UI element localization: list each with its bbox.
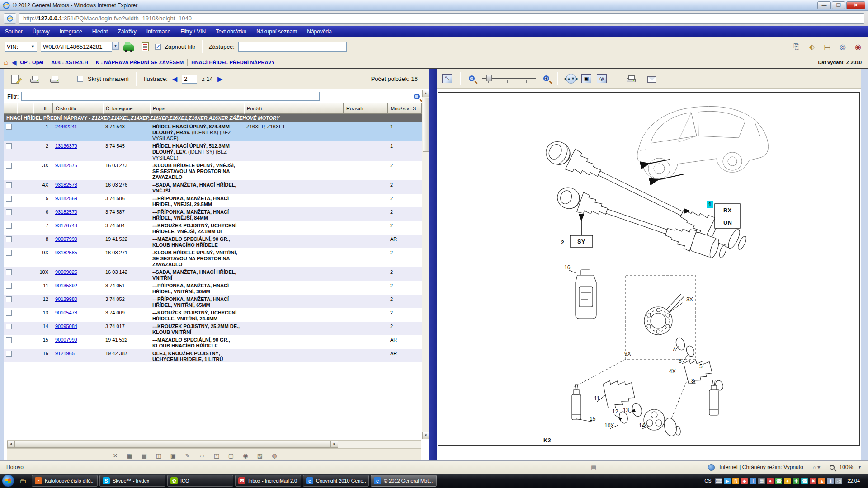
enable-filter-checkbox[interactable]: ✓	[155, 44, 161, 50]
zoom-level[interactable]: 100%	[839, 464, 853, 470]
back-icon[interactable]: ◀	[12, 59, 17, 66]
scroll-left-icon[interactable]: ◄	[7, 441, 14, 448]
table-row-14[interactable]: 14900950843 74 017---KROUŽEK POJISTNÝ, 2…	[4, 322, 422, 335]
part-number-link[interactable]: 90009025	[55, 269, 77, 275]
row-checkbox[interactable]	[6, 351, 12, 357]
bottom-toolbar-icon[interactable]: ▦	[126, 452, 134, 460]
bottom-toolbar-icon[interactable]: ◫	[155, 452, 163, 460]
tray-icon[interactable]: ✖	[810, 478, 816, 484]
tray-icon[interactable]: ◆	[741, 478, 748, 484]
row-checkbox[interactable]	[6, 250, 12, 256]
column-header[interactable]: Množstv	[388, 103, 410, 114]
menu-item-7[interactable]: Filtry / VIN	[175, 26, 211, 37]
column-header[interactable]: IL	[33, 103, 53, 114]
compatibility-icon[interactable]: ▤	[591, 464, 596, 471]
part-number-link[interactable]: 93182570	[55, 209, 77, 215]
part-number-link[interactable]: 90135892	[55, 283, 77, 288]
page-zoom-icon[interactable]	[830, 465, 835, 470]
scrollbar-thumb[interactable]	[423, 98, 429, 152]
breadcrumb-link-2[interactable]: A04 - ASTRA-H	[51, 60, 88, 65]
vin-history-dropdown[interactable]: ▼	[112, 42, 119, 50]
tray-icon[interactable]: ▦	[758, 478, 765, 484]
part-number-link[interactable]: 90095084	[55, 324, 77, 329]
row-checkbox[interactable]	[6, 269, 12, 275]
bottom-toolbar-icon[interactable]: ▣	[169, 452, 177, 460]
column-header[interactable]: Použití	[244, 103, 344, 114]
column-header[interactable]: S	[410, 103, 422, 114]
table-row-6[interactable]: 6931825703 74 587---PŘÍPONKA, MANŽETA, H…	[4, 207, 422, 221]
maximize-button[interactable]: ❐	[832, 1, 845, 9]
minimize-button[interactable]: ―	[817, 1, 831, 9]
scroll-down-icon[interactable]: ▼	[422, 432, 429, 439]
close-button[interactable]: ✕	[846, 1, 865, 9]
url-field[interactable]: http://127.0.0.1:351/PQMace/login.fve?wi…	[19, 13, 864, 24]
table-row-13[interactable]: 13901054783 74 009---KROUŽEK POJISTNÝ, U…	[4, 308, 422, 322]
part-number-link[interactable]: 93182569	[55, 196, 77, 201]
tray-icon[interactable]: ●	[784, 478, 791, 484]
prev-illustration-icon[interactable]: ◀	[172, 75, 178, 83]
row-checkbox[interactable]	[6, 143, 12, 149]
row-checkbox[interactable]	[6, 196, 12, 202]
table-row-15[interactable]: 159000799919 41 522---MAZADLO SPECIÁLNÍ,…	[4, 335, 422, 349]
taskbar-button-4[interactable]: ✉Inbox - IncrediMail 2.0	[235, 475, 301, 487]
magnify-region-icon[interactable]: ◎	[597, 74, 607, 83]
part-number-link[interactable]: 93182573	[55, 182, 77, 188]
row-checkbox[interactable]	[6, 163, 12, 169]
fit-page-icon[interactable]: ⤡	[442, 74, 452, 83]
bottom-toolbar-icon[interactable]: ◰	[212, 452, 221, 460]
print-illustration-button[interactable]	[623, 71, 639, 86]
part-number-link[interactable]: 24462241	[55, 124, 77, 129]
start-button[interactable]	[2, 474, 14, 487]
tray-icon[interactable]: ☎	[775, 478, 782, 484]
tray-icon[interactable]: ⌨	[715, 478, 722, 484]
tray-icon[interactable]: N	[732, 478, 739, 484]
breadcrumb-link-4[interactable]: HNACÍ HŘÍDEL PŘEDNÍ NÁPRAVY	[191, 60, 275, 65]
illustration-input[interactable]	[182, 75, 197, 84]
zoom-slider[interactable]	[482, 78, 536, 79]
bottom-toolbar-icon[interactable]: ◍	[270, 452, 278, 460]
panel-divider[interactable]	[429, 69, 437, 460]
row-checkbox[interactable]	[6, 223, 12, 229]
scrollbar-thumb[interactable]	[14, 441, 331, 448]
menu-item-8[interactable]: Text obrázku	[211, 26, 251, 37]
part-number-link[interactable]: 13136379	[55, 143, 77, 149]
scroll-up-icon[interactable]: ▲	[422, 90, 429, 97]
bottom-toolbar-icon[interactable]: ✎	[184, 452, 192, 460]
part-number-link[interactable]: 93182575	[55, 163, 77, 168]
menu-item-3[interactable]: Integrace	[55, 26, 87, 37]
illustration-canvas[interactable]: RXUNSY12163X7654X89X1112131510X14K2	[438, 92, 860, 446]
notebook-icon[interactable]: ▤	[822, 42, 833, 52]
table-row-11[interactable]: 11901358923 74 051---PŘÍPONKA, MANŽETA, …	[4, 281, 422, 295]
home-icon[interactable]: ⌂	[4, 58, 8, 66]
row-checkbox[interactable]	[6, 283, 12, 289]
part-number-link[interactable]: 93182585	[55, 250, 77, 255]
part-number-link[interactable]: 90007999	[55, 236, 77, 242]
breadcrumb-link-1[interactable]: OP - Opel	[20, 60, 43, 65]
search-binoculars-icon[interactable]: ◎	[837, 42, 848, 52]
column-header[interactable]: Č. kategorie	[103, 103, 150, 114]
row-checkbox[interactable]	[6, 310, 12, 316]
document-button[interactable]	[139, 41, 151, 52]
page-icon-button[interactable]	[4, 13, 16, 24]
globe-refresh-icon[interactable]: ◉	[853, 42, 863, 52]
row-checkbox[interactable]	[6, 337, 12, 343]
part-number-link[interactable]: 90007999	[55, 337, 77, 343]
table-row-10X[interactable]: 10X9000902516 03 142--SADA, MANŽETA, HNA…	[4, 267, 422, 281]
scroll-right-icon[interactable]: ►	[331, 441, 338, 448]
vin-input[interactable]: W0L0AHL4865124281	[41, 42, 112, 52]
table-row-4X[interactable]: 4X9318257316 03 276--SADA, MANŽETA, HNAC…	[4, 180, 422, 194]
row-checkbox[interactable]	[6, 182, 12, 188]
vin-mode-select[interactable]: VIN: ▼	[5, 42, 37, 52]
bottom-toolbar-icon[interactable]: ▤	[140, 452, 148, 460]
taskbar-button-6[interactable]: e© 2012 General Mot...	[371, 475, 437, 487]
table-row-1[interactable]: 1244622413 74 548HŘÍDEL HNACÍ ÚPLNÝ, 874…	[4, 122, 422, 141]
table-row-5[interactable]: 5931825693 74 586---PŘÍPONKA, MANŽETA, H…	[4, 194, 422, 207]
column-header[interactable]: Popis	[150, 103, 244, 114]
bottom-toolbar-icon[interactable]: ▱	[198, 452, 206, 460]
table-row-2[interactable]: 2131363793 74 545HŘÍDEL HNACÍ ÚPLNÝ, 512…	[4, 141, 422, 161]
table-row-12[interactable]: 12901299803 74 052---PŘÍPONKA, MANŽETA, …	[4, 295, 422, 308]
column-header[interactable]: Číslo dílu	[53, 103, 103, 114]
zoom-caret-icon[interactable]: ▼	[858, 465, 862, 469]
bottom-toolbar-icon[interactable]: ▨	[256, 452, 264, 460]
clock[interactable]: 22:04	[844, 478, 863, 483]
